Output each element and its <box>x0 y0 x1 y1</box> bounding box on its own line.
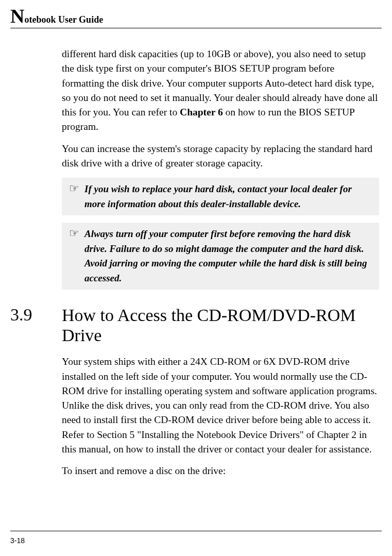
pointing-hand-icon: ☞ <box>69 182 79 195</box>
header-dropcap: N <box>10 6 24 26</box>
note-box-2: ☞ Always turn off your computer first be… <box>62 223 379 290</box>
section-title: How to Access the CD-ROM/DVD-ROM Drive <box>62 305 379 345</box>
paragraph-1: different hard disk capacities (up to 10… <box>62 47 379 134</box>
page-header: Notebook User Guide <box>10 0 382 28</box>
section-number: 3.9 <box>10 305 62 325</box>
content-area: different hard disk capacities (up to 10… <box>62 47 379 478</box>
note-box-1: ☞ If you wish to replace your hard disk,… <box>62 178 379 215</box>
header-rule <box>10 28 382 28</box>
header-title: otebook User Guide <box>24 14 103 25</box>
paragraph-3: Your system ships with either a 24X CD-R… <box>62 355 379 457</box>
page-root: Notebook User Guide different hard disk … <box>0 0 392 556</box>
chapter-ref: Chapter 6 <box>180 107 223 117</box>
paragraph-2: You can increase the system's storage ca… <box>62 142 379 171</box>
paragraph-4: To insert and remove a disc on the drive… <box>62 464 379 478</box>
page-number: 3-18 <box>10 536 25 545</box>
pointing-hand-icon: ☞ <box>69 227 79 240</box>
note-text-1: If you wish to replace your hard disk, c… <box>84 182 374 211</box>
note-text-2: Always turn off your computer first befo… <box>84 227 374 285</box>
footer-rule <box>10 531 382 531</box>
section-heading-row: 3.9 How to Access the CD-ROM/DVD-ROM Dri… <box>10 305 379 345</box>
